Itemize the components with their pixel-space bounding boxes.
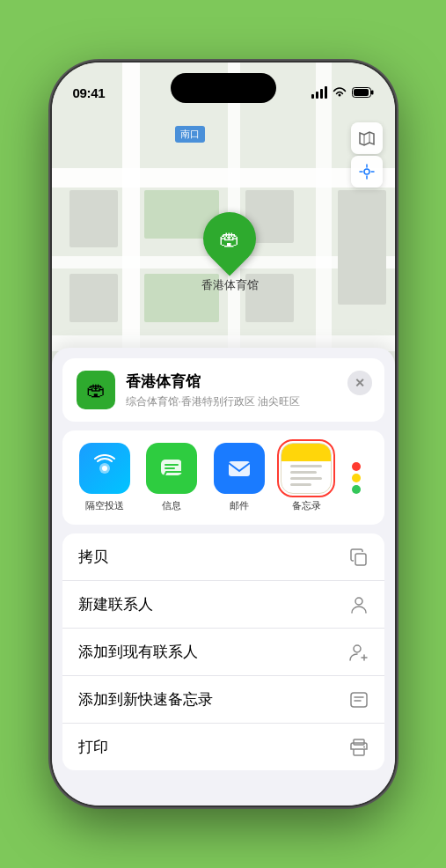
share-item-notes[interactable]: 备忘录 [273,443,340,512]
svg-point-9 [354,645,361,652]
notes-label: 备忘录 [292,499,321,512]
notes-icon [281,443,332,494]
map-type-button[interactable] [351,122,383,154]
copy-label: 拷贝 [78,547,108,567]
status-icons [311,86,374,99]
battery-icon [352,87,374,98]
svg-rect-6 [229,461,250,476]
share-row: 隔空投送 信息 [62,430,384,525]
road-h1 [52,168,395,188]
action-copy[interactable]: 拷贝 [62,533,384,581]
copy-icon [349,548,369,567]
location-header: 🏟 香港体育馆 综合体育馆·香港特别行政区 油尖旺区 ✕ [62,358,384,422]
mail-label: 邮件 [230,499,249,512]
svg-rect-7 [355,554,366,565]
dynamic-island [171,73,276,103]
location-subtitle: 综合体育馆·香港特别行政区 油尖旺区 [126,394,370,409]
more-apps-indicator[interactable] [340,452,372,504]
new-contact-label: 新建联系人 [78,594,153,614]
add-contact-label: 添加到现有联系人 [78,642,198,662]
wifi-icon [333,87,347,98]
action-list: 拷贝 新建联系人 [62,533,384,770]
svg-rect-1 [371,91,374,95]
svg-rect-12 [354,749,364,755]
note-icon [349,690,369,710]
map-controls [351,122,383,188]
message-icon [146,443,197,494]
svg-point-4 [102,466,107,471]
location-info: 香港体育馆 综合体育馆·香港特别行政区 油尖旺区 [126,371,370,409]
phone-frame: 09:41 [52,63,395,805]
quick-note-label: 添加到新快速备忘录 [78,689,213,710]
person-add-icon [349,643,369,662]
status-time: 09:41 [73,85,106,100]
bottom-sheet: 🏟 香港体育馆 综合体育馆·香港特别行政区 油尖旺区 ✕ [52,348,395,805]
action-add-contact[interactable]: 添加到现有联系人 [62,629,384,676]
close-button[interactable]: ✕ [347,371,372,395]
printer-icon [349,738,369,757]
signal-bars [311,86,327,99]
location-venue-icon: 🏟 [77,371,115,409]
map-pin-label: 香港体育馆 [201,277,259,293]
svg-rect-10 [351,693,367,707]
svg-point-3 [364,169,369,174]
airdrop-icon [79,443,130,494]
share-item-mail[interactable]: 邮件 [206,443,274,512]
share-item-message[interactable]: 信息 [138,443,206,512]
message-label: 信息 [162,499,181,512]
svg-point-13 [363,746,365,747]
share-item-airdrop[interactable]: 隔空投送 [71,443,139,512]
svg-point-8 [355,598,362,605]
location-name: 香港体育馆 [126,371,370,392]
phone-screen: 09:41 [52,63,395,805]
svg-rect-11 [354,739,364,745]
print-label: 打印 [78,737,108,757]
map-pin-container: 🏟 香港体育馆 [201,212,259,293]
location-button[interactable] [351,156,383,188]
person-icon [349,595,369,614]
action-new-contact[interactable]: 新建联系人 [62,581,384,629]
mail-icon [214,443,265,494]
svg-rect-2 [354,89,369,96]
action-quick-note[interactable]: 添加到新快速备忘录 [62,676,384,724]
map-pin: 🏟 [193,202,267,276]
airdrop-label: 隔空投送 [85,499,124,512]
action-print[interactable]: 打印 [62,724,384,770]
map-label: 南口 [175,126,205,143]
